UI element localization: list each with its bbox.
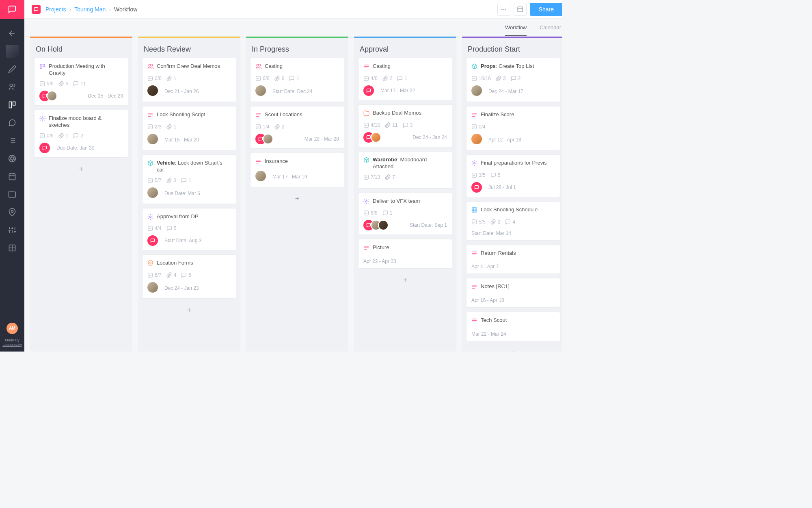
project-icon[interactable]	[32, 5, 41, 14]
add-card-button[interactable]: +	[250, 191, 344, 206]
nav-project-thumb[interactable]	[3, 43, 21, 59]
checklist-count: 7/13	[363, 174, 380, 180]
card[interactable]: Final preparations for Previs 3/55 Jul 2…	[466, 154, 560, 197]
people-icon	[147, 63, 153, 72]
card[interactable]: Insurance Mar 17 - Mar 19	[250, 153, 344, 187]
nav-report-icon[interactable]	[3, 240, 21, 256]
board-icon	[39, 63, 45, 72]
nav-aperture-icon[interactable]	[3, 150, 21, 167]
checklist-count: 6/6	[255, 76, 270, 81]
nav-calendar-icon[interactable]	[3, 168, 21, 185]
add-card-button[interactable]: +	[142, 303, 236, 318]
assignee-avatar	[263, 134, 273, 144]
comment-count: 1	[382, 210, 393, 216]
attachment-count: 11	[385, 122, 397, 128]
attachment-count: 6	[274, 76, 285, 81]
card[interactable]: Scout Locations 1/42 Mar 20 - Mar 28	[250, 106, 344, 149]
add-card-button[interactable]: +	[466, 345, 560, 352]
comment-count: 5	[181, 272, 191, 278]
nav-board-icon[interactable]	[3, 97, 21, 113]
assignee-avatar	[471, 85, 482, 96]
card[interactable]: Tech Scout Mar 22 - Mar 24	[466, 312, 560, 341]
column-on-hold: On Hold Production Meeting with Gravity …	[30, 37, 132, 352]
card[interactable]: Casting 6/661 Start Date: Dec 24	[250, 58, 344, 102]
card[interactable]: Backup Deal Memos 4/10113 Dec 24 - Jan 2…	[358, 104, 452, 147]
card-title: Picture	[373, 244, 389, 251]
checklist-count: 6/8	[363, 210, 378, 216]
card-date: Mar 22 - Mar 24	[471, 330, 555, 337]
nav-people-icon[interactable]	[3, 79, 21, 95]
card-date: Mar 17 - Mar 22	[380, 88, 415, 93]
comment-count: 1	[289, 76, 299, 81]
card[interactable]: Return Rentals Apr 4 - Apr 7	[466, 245, 560, 274]
checklist-count: 6/7	[147, 272, 162, 278]
card-title: Props: Create Top List	[481, 63, 534, 70]
card-title: Lock Shooting Schedule	[481, 206, 538, 213]
assignee-avatar	[471, 134, 482, 144]
svg-point-0	[10, 84, 13, 87]
breadcrumb-project-name[interactable]: Touring Man	[74, 6, 106, 13]
card[interactable]: Vehicle: Lock down Stuart's car 5/731 Du…	[142, 154, 236, 204]
card-date: Apr 22 - Apr 23	[363, 257, 447, 264]
sidebar: AM Made ByLeanometry	[0, 0, 24, 352]
svg-point-7	[501, 9, 503, 10]
card[interactable]: Confirm Crew Deal Memos 0/61 Dec 21 - Ja…	[142, 58, 236, 102]
breadcrumb-projects[interactable]: Projects	[45, 6, 66, 13]
checklist-count: 2/3	[147, 124, 162, 130]
assignee-avatar	[147, 235, 158, 246]
add-card-button[interactable]: +	[358, 273, 452, 288]
stack-icon	[471, 317, 477, 326]
tab-calendar[interactable]: Calendar	[540, 24, 561, 36]
card[interactable]: Location Forms 6/745 Dec 24 - Jan 23	[142, 254, 236, 299]
checklist-count: 0/4	[471, 124, 486, 130]
box-icon	[147, 160, 153, 168]
card-date: Dec 15 - Dec 23	[88, 93, 123, 99]
nav-sliders-icon[interactable]	[3, 222, 21, 238]
pin-icon	[147, 260, 153, 268]
more-button[interactable]	[497, 3, 510, 16]
card[interactable]: Production Meeting with Gravity 5/6511 D…	[34, 58, 128, 106]
card[interactable]: Deliver to VFX team 6/81 Start Date: Sep…	[358, 193, 452, 235]
tab-workflow[interactable]: Workflow	[505, 24, 527, 36]
stack-icon	[471, 284, 477, 292]
card[interactable]: Casting 4/621 Mar 17 - Mar 22	[358, 58, 452, 100]
card-title: Insurance	[265, 158, 288, 165]
card[interactable]: Notes [RC1] Apr 16 - Apr 18	[466, 278, 560, 308]
card[interactable]: Lock Shooting Schedule 5/524 Start Date:…	[466, 201, 560, 241]
card[interactable]: Approval from DP 4/45 Start Date: Aug 3	[142, 208, 236, 251]
card[interactable]: Finalize Score 0/4 Apr 12 - Apr 18	[466, 106, 560, 150]
checklist-count: 5/6	[39, 81, 54, 87]
nav-chat-icon[interactable]	[3, 115, 21, 131]
comment-count: 1	[181, 178, 191, 183]
card[interactable]: Lock Shooting Script 2/31 Mar 15 - Mar 2…	[142, 106, 236, 150]
card[interactable]: Wardrobe: Moodboard Attached 7/137	[358, 151, 452, 189]
nav-edit-icon[interactable]	[3, 61, 21, 77]
column-title: Needs Review	[138, 38, 240, 58]
comment-count: 2	[73, 133, 83, 139]
share-button[interactable]: Share	[530, 3, 562, 16]
nav-list-icon[interactable]	[3, 132, 21, 149]
card-title: Confirm Crew Deal Memos	[157, 63, 220, 70]
nav-folder-icon[interactable]	[3, 186, 21, 202]
card-date: Start Date: Mar 14	[471, 229, 555, 236]
card[interactable]: Picture Apr 22 - Apr 23	[358, 239, 452, 269]
add-card-button[interactable]: +	[34, 162, 128, 177]
checklist-count: 5/5	[471, 219, 486, 225]
nav-location-icon[interactable]	[3, 204, 21, 220]
stack-icon	[471, 112, 477, 120]
box-icon	[363, 157, 369, 165]
app-logo[interactable]	[0, 0, 24, 19]
nav-back-icon[interactable]	[3, 25, 21, 41]
card[interactable]: Finalize mood board & sketches 0/612 Due…	[34, 110, 128, 158]
assignee-avatar	[47, 91, 57, 101]
card-date: Dec 24 - Jan 24	[412, 135, 447, 140]
layout-button[interactable]	[514, 3, 527, 16]
column-in-progress: In Progress Casting 6/661 Start Date: De…	[246, 37, 348, 352]
card[interactable]: Props: Create Top List 10/1632 Dec 24 - …	[466, 58, 560, 102]
svg-rect-2	[13, 102, 15, 105]
attachment-count: 5	[58, 81, 69, 87]
user-avatar[interactable]: AM	[6, 323, 18, 334]
checklist-count: 4/4	[147, 226, 162, 231]
card-title: Deliver to VFX team	[373, 198, 420, 205]
chevron-right-icon: ›	[69, 6, 71, 13]
